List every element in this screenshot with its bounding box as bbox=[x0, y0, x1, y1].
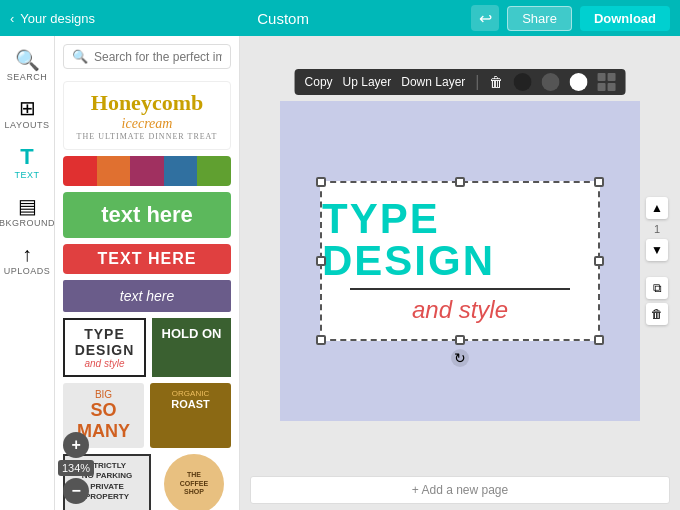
back-label: Your designs bbox=[20, 11, 95, 26]
td-sub: and style bbox=[73, 358, 136, 369]
add-page-label: + Add a new page bbox=[412, 483, 508, 497]
trash-right-button[interactable]: 🗑 bbox=[646, 303, 668, 325]
zoom-in-button[interactable]: + bbox=[63, 432, 89, 458]
sidebar-search-label: SEARCH bbox=[7, 72, 48, 82]
plus-icon: + bbox=[71, 436, 80, 454]
template-coffee-wrapper[interactable]: THECOFFEESHOP bbox=[157, 454, 231, 510]
handle-mr[interactable] bbox=[594, 256, 604, 266]
top-bar: ‹ Your designs Custom ↩ Share Download bbox=[0, 0, 680, 36]
delete-icon[interactable]: 🗑 bbox=[489, 74, 503, 90]
handle-tr[interactable] bbox=[594, 177, 604, 187]
color-grid-icon[interactable] bbox=[597, 73, 615, 91]
up-layer-button[interactable]: Up Layer bbox=[343, 75, 392, 89]
canvas-area: Copy Up Layer Down Layer | 🗑 bbox=[240, 36, 680, 510]
canvas-title-text: TYPE DESIGN bbox=[322, 198, 598, 282]
search-input[interactable] bbox=[94, 50, 222, 64]
back-icon: ‹ bbox=[10, 11, 14, 26]
back-button[interactable]: ‹ Your designs bbox=[10, 11, 95, 26]
template-row-type: TYPE DESIGN and style HOLD ON bbox=[63, 318, 231, 377]
template-honeycomb[interactable]: Honeycomb icecream THE ULTIMATE DINNER T… bbox=[63, 81, 231, 150]
template-coffee[interactable]: THECOFFEESHOP bbox=[164, 454, 224, 510]
panel-search-bar[interactable]: 🔍 bbox=[63, 44, 231, 69]
bsm-big: BIG bbox=[69, 389, 138, 400]
toolbar-separator: | bbox=[475, 73, 479, 91]
ribbon-text: TEXT HERE bbox=[73, 250, 221, 268]
honeycomb-tagline: THE ULTIMATE DINNER TREAT bbox=[72, 132, 222, 141]
layer-number: 1 bbox=[654, 223, 660, 235]
zoom-area: + 134% − bbox=[58, 432, 94, 504]
template-text-here[interactable]: text here bbox=[63, 192, 231, 238]
sidebar-icons: 🔍 SEARCH ⊞ LAYOUTS T TEXT ▤ BKGROUND ↑ U… bbox=[0, 36, 55, 510]
panel-search-icon: 🔍 bbox=[72, 49, 88, 64]
template-strips[interactable] bbox=[63, 156, 231, 186]
td-title: TYPE DESIGN bbox=[73, 326, 136, 358]
canvas-right-handles: ▲ 1 ▼ ⧉ 🗑 bbox=[646, 197, 668, 325]
top-bar-actions: ↩ Share Download bbox=[471, 5, 670, 31]
canvas-wrapper: Copy Up Layer Down Layer | 🗑 bbox=[250, 46, 670, 476]
org-title: organic bbox=[156, 389, 225, 398]
template-text-here-ribbon[interactable]: TEXT HERE bbox=[63, 244, 231, 274]
canvas-subtitle-text: and style bbox=[412, 296, 508, 324]
zoom-out-button[interactable]: − bbox=[63, 478, 89, 504]
org-sub: ROAST bbox=[156, 398, 225, 410]
sidebar-item-search[interactable]: 🔍 SEARCH bbox=[2, 44, 52, 88]
undo-button[interactable]: ↩ bbox=[471, 5, 499, 31]
main-layout: 🔍 SEARCH ⊞ LAYOUTS T TEXT ▤ BKGROUND ↑ U… bbox=[0, 36, 680, 510]
arrow-up-button[interactable]: ▲ bbox=[646, 197, 668, 219]
canvas[interactable]: Copy Up Layer Down Layer | 🗑 bbox=[280, 101, 640, 421]
bkground-icon: ▤ bbox=[18, 196, 37, 216]
share-button[interactable]: Share bbox=[507, 6, 572, 31]
zoom-value: 134% bbox=[58, 460, 94, 476]
template-script-text[interactable]: text here bbox=[63, 280, 231, 312]
download-button[interactable]: Download bbox=[580, 6, 670, 31]
search-icon: 🔍 bbox=[15, 50, 40, 70]
handle-bl[interactable] bbox=[316, 335, 326, 345]
sidebar-item-uploads[interactable]: ↑ UPLOADS bbox=[2, 238, 52, 282]
sidebar-item-text[interactable]: T TEXT bbox=[2, 140, 52, 186]
sidebar-uploads-label: UPLOADS bbox=[4, 266, 51, 276]
arrow-down-button[interactable]: ▼ bbox=[646, 239, 668, 261]
floating-toolbar: Copy Up Layer Down Layer | 🗑 bbox=[295, 69, 626, 95]
handle-ml[interactable] bbox=[316, 256, 326, 266]
sidebar-bkground-label: BKGROUND bbox=[0, 218, 55, 228]
text-here-label: text here bbox=[101, 202, 193, 227]
color-swatch-black[interactable] bbox=[513, 73, 531, 91]
sidebar-layouts-label: LAYOUTS bbox=[5, 120, 50, 130]
color-swatch-white[interactable] bbox=[569, 73, 587, 91]
copy-right-button[interactable]: ⧉ bbox=[646, 277, 668, 299]
text-icon: T bbox=[20, 146, 33, 168]
layouts-icon: ⊞ bbox=[19, 98, 36, 118]
uploads-icon: ↑ bbox=[22, 244, 32, 264]
rotate-handle[interactable]: ↻ bbox=[451, 349, 469, 367]
coffee-text: THECOFFEESHOP bbox=[180, 471, 208, 496]
sidebar-item-bkground[interactable]: ▤ BKGROUND bbox=[2, 190, 52, 234]
color-swatch-dark[interactable] bbox=[541, 73, 559, 91]
handle-bm[interactable] bbox=[455, 335, 465, 345]
script-text-label: text here bbox=[120, 288, 174, 304]
page-title: Custom bbox=[257, 10, 309, 27]
sidebar-item-layouts[interactable]: ⊞ LAYOUTS bbox=[2, 92, 52, 136]
canvas-divider-line bbox=[350, 288, 570, 290]
sidebar-text-label: TEXT bbox=[14, 170, 39, 180]
add-page-bar[interactable]: + Add a new page bbox=[250, 476, 670, 504]
minus-icon: − bbox=[71, 482, 80, 500]
down-layer-button[interactable]: Down Layer bbox=[401, 75, 465, 89]
handle-tm[interactable] bbox=[455, 177, 465, 187]
handle-br[interactable] bbox=[594, 335, 604, 345]
honeycomb-subtitle: icecream bbox=[72, 116, 222, 132]
copy-button[interactable]: Copy bbox=[305, 75, 333, 89]
hold-on-label: HOLD ON bbox=[162, 326, 222, 341]
text-element-box[interactable]: TYPE DESIGN and style ↻ bbox=[320, 181, 600, 341]
template-hold-on[interactable]: HOLD ON bbox=[152, 318, 231, 377]
handle-tl[interactable] bbox=[316, 177, 326, 187]
honeycomb-title: Honeycomb bbox=[72, 90, 222, 116]
template-organic[interactable]: organic ROAST bbox=[150, 383, 231, 448]
template-type-design[interactable]: TYPE DESIGN and style bbox=[63, 318, 146, 377]
